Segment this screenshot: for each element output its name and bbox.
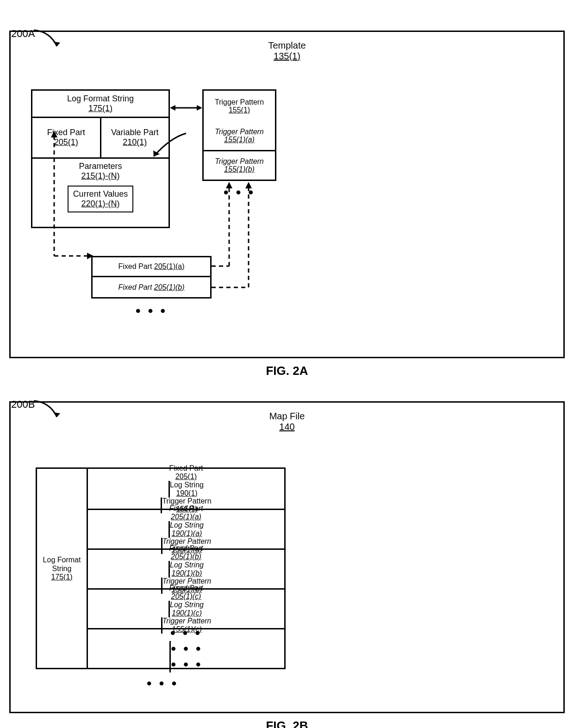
rb-fixed: Fixed Part <box>169 544 203 553</box>
rb-log: Log String <box>170 561 204 569</box>
hdr-log: Log String 190(1) <box>168 481 204 498</box>
double-arrow-icon <box>170 103 202 112</box>
mapfile-title-text: Map File <box>269 411 305 421</box>
rc-fixed: Fixed Part <box>169 584 203 592</box>
mapfile-grid: Log Format String 175(1) Fixed Part 205(… <box>36 467 286 669</box>
tp-a-ref: 155(1)(a) <box>224 136 255 144</box>
hdr-log-ref: 190(1) <box>176 489 197 498</box>
rc-log: Log String <box>170 601 204 609</box>
fx-a-ref: 205(1)(a) <box>154 262 185 271</box>
ra-log-ref: 190(1)(a) <box>172 529 202 538</box>
parameters-ref: 215(1)-(N) <box>81 171 119 181</box>
fx-ellipsis: • • • <box>91 299 212 324</box>
lfs-column: Log Format String 175(1) <box>37 469 88 668</box>
ell-1: • • • <box>170 625 202 641</box>
svg-marker-3 <box>197 105 202 111</box>
tp-b-ref: 155(1)(b) <box>224 165 255 174</box>
fx-a-label: Fixed Part <box>118 262 152 271</box>
rc-fixed-ref: 205(1)(c) <box>171 592 201 601</box>
hdr-fixed-label: Fixed Part <box>169 464 203 473</box>
right-columns: Fixed Part 205(1) Log String 190(1) Trig… <box>88 469 284 668</box>
header-row: Fixed Part 205(1) Log String 190(1) Trig… <box>88 469 284 509</box>
lfs-title: Log Format String <box>67 94 134 104</box>
rc-tp: Trigger Pattern <box>162 617 212 625</box>
grid-ellipsis-below: • • • <box>147 676 178 691</box>
tp-header: Trigger Pattern 155(1) <box>202 89 276 122</box>
rb-fixed-ref: 205(1)(b) <box>171 553 201 561</box>
mapfile-title: Map File 140 <box>17 411 557 432</box>
tp-title: Trigger Pattern <box>215 98 264 106</box>
ellipsis-row: • • • • • • • • • <box>88 628 284 668</box>
current-values-ref: 220(1)-(N) <box>81 199 119 208</box>
hdr-fixed: Fixed Part 205(1) <box>169 464 203 481</box>
fig2b-label: FIG. 2B <box>9 719 565 728</box>
fig2a-label: FIG. 2A <box>9 364 565 378</box>
fixed-part-b: Fixed Part 205(1)(b) <box>91 277 212 299</box>
hdr-log-label: Log String <box>170 481 204 489</box>
ell-3: • • • <box>169 657 202 672</box>
row-c: Fixed Part205(1)(c) Log String190(1)(c) … <box>88 588 284 628</box>
fx-b-ref: 205(1)(b) <box>154 283 185 292</box>
ell-2: • • • <box>169 641 202 657</box>
variable-part-ref: 210(1) <box>123 137 147 147</box>
row-b: Fixed Part205(1)(b) Log String190(1)(b) … <box>88 548 284 588</box>
lfs-parts-row: Fixed Part 205(1) Variable Part 210(1) <box>32 118 168 159</box>
svg-marker-2 <box>170 105 175 111</box>
fixed-part-label: Fixed Part <box>47 128 85 137</box>
tp-cell-a: Trigger Pattern 155(1)(a) <box>202 122 276 151</box>
ra-log: Log String <box>170 521 204 529</box>
parameters-cell: Parameters 215(1)-(N) Current Values 220… <box>32 159 168 227</box>
variable-part-label: Variable Part <box>111 128 159 137</box>
ra-fixed-ref: 205(1)(a) <box>171 513 201 521</box>
tp-ellipsis: • • • <box>202 181 276 204</box>
variable-part-cell: Variable Part 210(1) <box>101 118 169 157</box>
mapfile-ref: 140 <box>279 422 294 432</box>
fixed-part-stack: Fixed Part 205(1)(a) Fixed Part 205(1)(b… <box>91 256 212 324</box>
tp-a-label: Trigger Pattern <box>215 128 264 136</box>
template-ref: 135(1) <box>274 51 300 61</box>
hdr-fixed-ref: 205(1) <box>175 473 197 481</box>
rc-log-ref: 190(1)(c) <box>172 609 202 617</box>
lfs-ref: 175(1) <box>88 104 112 113</box>
trigger-pattern-column: Trigger Pattern 155(1) Trigger Pattern 1… <box>202 89 276 204</box>
fx-b-label: Fixed Part <box>118 283 152 292</box>
tp-cell-b: Trigger Pattern 155(1)(b) <box>202 151 276 181</box>
fixed-part-ref: 205(1) <box>54 137 78 147</box>
template-title: Template 135(1) <box>17 40 557 62</box>
rb-log-ref: 190(1)(b) <box>172 569 202 578</box>
fixed-part-cell: Fixed Part 205(1) <box>32 118 101 157</box>
template-title-text: Template <box>268 40 306 50</box>
ra-fixed: Fixed Part <box>169 504 203 513</box>
parameters-label: Parameters <box>79 162 122 171</box>
lfs-col-ref: 175(1) <box>51 573 72 581</box>
current-values-box: Current Values 220(1)-(N) <box>68 186 134 212</box>
lfs-header: Log Format String 175(1) <box>32 91 168 118</box>
row-a: Fixed Part205(1)(a) Log String190(1)(a) … <box>88 509 284 548</box>
lfs-col-label: Log Format String <box>37 555 87 573</box>
tp-b-label: Trigger Pattern <box>215 157 264 166</box>
current-values-label: Current Values <box>73 189 128 199</box>
tp-ref: 155(1) <box>229 106 250 114</box>
fixed-part-a: Fixed Part 205(1)(a) <box>91 256 212 277</box>
log-format-string-box: Log Format String 175(1) Fixed Part 205(… <box>31 89 170 228</box>
hdr-tp-label: Trigger Pattern <box>162 498 211 505</box>
